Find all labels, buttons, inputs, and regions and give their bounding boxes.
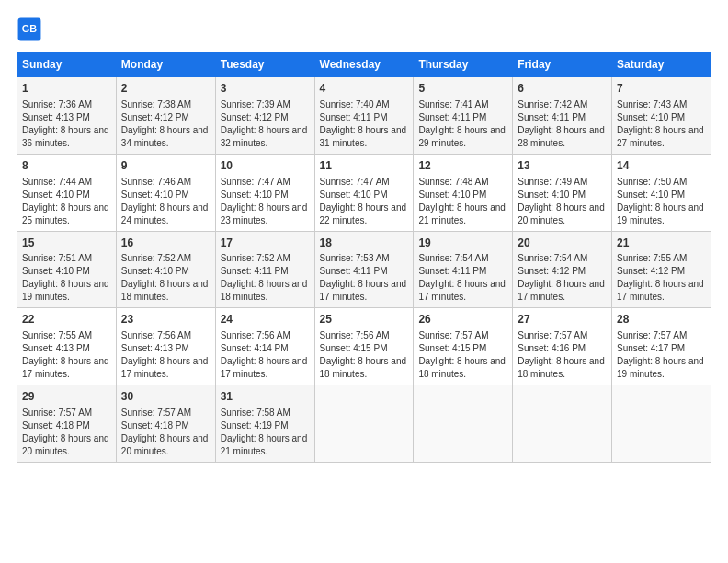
week-row-5: 29Sunrise: 7:57 AMSunset: 4:18 PMDayligh… xyxy=(17,385,711,463)
sunset: Sunset: 4:19 PM xyxy=(221,420,289,431)
sunset: Sunset: 4:10 PM xyxy=(221,190,289,200)
sunrise: Sunrise: 7:38 AM xyxy=(121,99,191,109)
day-cell: 20Sunrise: 7:54 AMSunset: 4:12 PMDayligh… xyxy=(513,231,612,308)
day-number: 16 xyxy=(121,236,210,251)
day-cell xyxy=(612,385,711,463)
daylight: Daylight: 8 hours and 17 minutes. xyxy=(22,356,109,379)
day-number: 17 xyxy=(221,236,310,251)
day-cell: 18Sunrise: 7:53 AMSunset: 4:11 PMDayligh… xyxy=(314,231,414,308)
sunset: Sunset: 4:12 PM xyxy=(121,112,189,122)
sunrise: Sunrise: 7:54 AM xyxy=(418,253,488,263)
day-cell: 21Sunrise: 7:55 AMSunset: 4:12 PMDayligh… xyxy=(612,231,711,308)
daylight: Daylight: 8 hours and 19 minutes. xyxy=(617,202,704,225)
sunrise: Sunrise: 7:40 AM xyxy=(320,99,390,109)
sunrise: Sunrise: 7:52 AM xyxy=(221,253,290,263)
sunrise: Sunrise: 7:44 AM xyxy=(22,177,92,187)
sunrise: Sunrise: 7:42 AM xyxy=(518,99,587,109)
day-number: 21 xyxy=(617,236,706,251)
day-number: 10 xyxy=(221,158,310,174)
sunrise: Sunrise: 7:51 AM xyxy=(22,253,92,263)
daylight: Daylight: 8 hours and 22 minutes. xyxy=(320,202,407,225)
day-cell: 8Sunrise: 7:44 AMSunset: 4:10 PMDaylight… xyxy=(17,154,117,231)
day-number: 20 xyxy=(518,236,607,251)
sunrise: Sunrise: 7:53 AM xyxy=(320,253,390,263)
daylight: Daylight: 8 hours and 18 minutes. xyxy=(320,356,407,379)
sunset: Sunset: 4:16 PM xyxy=(518,343,586,353)
day-cell: 5Sunrise: 7:41 AMSunset: 4:11 PMDaylight… xyxy=(414,77,513,155)
sunset: Sunset: 4:15 PM xyxy=(418,343,486,353)
day-number: 2 xyxy=(121,81,210,97)
sunrise: Sunrise: 7:57 AM xyxy=(418,330,488,340)
sunset: Sunset: 4:13 PM xyxy=(22,112,90,122)
daylight: Daylight: 8 hours and 17 minutes. xyxy=(418,279,506,302)
day-number: 1 xyxy=(22,81,111,97)
sunset: Sunset: 4:11 PM xyxy=(418,266,486,276)
daylight: Daylight: 8 hours and 24 minutes. xyxy=(121,202,209,225)
day-cell xyxy=(414,385,513,463)
day-cell: 15Sunrise: 7:51 AMSunset: 4:10 PMDayligh… xyxy=(17,231,117,308)
daylight: Daylight: 8 hours and 17 minutes. xyxy=(518,279,605,302)
sunrise: Sunrise: 7:48 AM xyxy=(418,177,488,187)
col-header-monday: Monday xyxy=(116,52,215,77)
daylight: Daylight: 8 hours and 32 minutes. xyxy=(221,125,308,148)
day-cell: 26Sunrise: 7:57 AMSunset: 4:15 PMDayligh… xyxy=(414,308,513,385)
sunset: Sunset: 4:17 PM xyxy=(617,343,685,353)
daylight: Daylight: 8 hours and 17 minutes. xyxy=(221,356,308,379)
sunset: Sunset: 4:11 PM xyxy=(418,112,486,122)
daylight: Daylight: 8 hours and 20 minutes. xyxy=(518,202,605,225)
sunset: Sunset: 4:11 PM xyxy=(221,266,289,276)
sunset: Sunset: 4:11 PM xyxy=(518,112,586,122)
sunrise: Sunrise: 7:41 AM xyxy=(418,99,488,109)
daylight: Daylight: 8 hours and 17 minutes. xyxy=(121,356,209,379)
sunrise: Sunrise: 7:55 AM xyxy=(617,253,687,263)
day-number: 19 xyxy=(418,236,507,251)
day-cell: 19Sunrise: 7:54 AMSunset: 4:11 PMDayligh… xyxy=(414,231,513,308)
day-cell: 30Sunrise: 7:57 AMSunset: 4:18 PMDayligh… xyxy=(116,385,215,463)
daylight: Daylight: 8 hours and 18 minutes. xyxy=(121,279,209,302)
sunrise: Sunrise: 7:52 AM xyxy=(121,253,191,263)
sunset: Sunset: 4:10 PM xyxy=(617,112,685,122)
sunset: Sunset: 4:18 PM xyxy=(121,420,189,431)
sunrise: Sunrise: 7:57 AM xyxy=(617,330,687,340)
sunset: Sunset: 4:10 PM xyxy=(22,266,90,276)
daylight: Daylight: 8 hours and 31 minutes. xyxy=(320,125,407,148)
day-cell: 16Sunrise: 7:52 AMSunset: 4:10 PMDayligh… xyxy=(116,231,215,308)
day-number: 24 xyxy=(221,312,310,327)
sunset: Sunset: 4:12 PM xyxy=(518,266,586,276)
sunset: Sunset: 4:13 PM xyxy=(121,343,189,353)
calendar-table: SundayMondayTuesdayWednesdayThursdayFrid… xyxy=(17,52,711,463)
day-cell: 4Sunrise: 7:40 AMSunset: 4:11 PMDaylight… xyxy=(314,77,414,155)
day-cell xyxy=(513,385,612,463)
daylight: Daylight: 8 hours and 18 minutes. xyxy=(518,356,605,379)
day-number: 4 xyxy=(320,81,409,97)
daylight: Daylight: 8 hours and 27 minutes. xyxy=(617,125,704,148)
day-number: 13 xyxy=(518,158,607,174)
logo: GB xyxy=(17,17,46,42)
day-number: 25 xyxy=(320,312,409,327)
day-cell: 13Sunrise: 7:49 AMSunset: 4:10 PMDayligh… xyxy=(513,154,612,231)
calendar-page: GB SundayMondayTuesdayWednesdayThursdayF… xyxy=(0,0,728,563)
daylight: Daylight: 8 hours and 20 minutes. xyxy=(22,433,109,456)
header-row: SundayMondayTuesdayWednesdayThursdayFrid… xyxy=(17,52,711,77)
day-cell: 27Sunrise: 7:57 AMSunset: 4:16 PMDayligh… xyxy=(513,308,612,385)
day-cell: 10Sunrise: 7:47 AMSunset: 4:10 PMDayligh… xyxy=(215,154,314,231)
sunrise: Sunrise: 7:36 AM xyxy=(22,99,92,109)
daylight: Daylight: 8 hours and 18 minutes. xyxy=(418,356,506,379)
day-cell: 6Sunrise: 7:42 AMSunset: 4:11 PMDaylight… xyxy=(513,77,612,155)
sunrise: Sunrise: 7:49 AM xyxy=(518,177,587,187)
sunrise: Sunrise: 7:56 AM xyxy=(320,330,390,340)
day-number: 22 xyxy=(22,312,111,327)
day-number: 8 xyxy=(22,158,111,174)
daylight: Daylight: 8 hours and 19 minutes. xyxy=(22,279,109,302)
day-number: 28 xyxy=(617,312,706,327)
week-row-2: 8Sunrise: 7:44 AMSunset: 4:10 PMDaylight… xyxy=(17,154,711,231)
day-number: 7 xyxy=(617,81,706,97)
day-number: 6 xyxy=(518,81,607,97)
day-cell: 14Sunrise: 7:50 AMSunset: 4:10 PMDayligh… xyxy=(612,154,711,231)
day-number: 3 xyxy=(221,81,310,97)
day-cell: 3Sunrise: 7:39 AMSunset: 4:12 PMDaylight… xyxy=(215,77,314,155)
col-header-saturday: Saturday xyxy=(612,52,711,77)
col-header-sunday: Sunday xyxy=(17,52,117,77)
day-cell: 2Sunrise: 7:38 AMSunset: 4:12 PMDaylight… xyxy=(116,77,215,155)
sunrise: Sunrise: 7:47 AM xyxy=(221,177,290,187)
